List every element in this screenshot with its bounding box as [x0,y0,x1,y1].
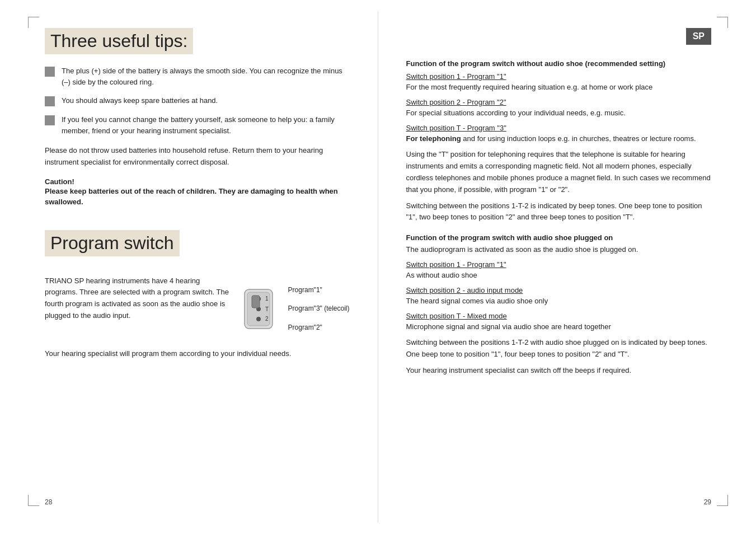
corner-mark-br [717,495,728,506]
svg-point-6 [256,317,261,321]
tip-text-3: If you feel you cannot change the batter… [62,114,350,136]
corner-mark-tl [28,17,39,28]
switch2-text: For special situations according to your… [406,107,712,119]
switch-svg: 1 T 2 [233,281,284,337]
switchT-text-rest: and for using induction loops e.g. in ch… [461,134,696,143]
caution-text: Please keep batteries out of the reach o… [45,186,350,208]
switch-diagram: 1 T 2 Program"1" Program"3" (telecoil) P [233,281,350,337]
program-content: TRIANO SP hearing instruments have 4 hea… [45,275,350,343]
switch-pos2-audio-text: The heard signal comes via audio shoe on… [406,296,712,307]
tip-item-3: If you feel you cannot change the batter… [45,114,350,136]
switchT-label: Switch position T - Program "3" [406,124,712,132]
left-page: Three useful tips: The plus (+) side of … [0,11,378,523]
sp-badge: SP [686,28,711,45]
tip-item-2: You should always keep spare batteries a… [45,95,350,106]
tip-bullet-3 [45,115,55,125]
battery-notice: Please do not throw used batteries into … [45,145,350,168]
program-label-1: Program"1" [288,285,350,295]
sp-badge-container: SP [406,28,712,50]
program-title: Program switch [45,230,180,256]
audio-intro: The audioprogram is activated as soon as… [406,244,712,256]
section2: Function of the program switch with audi… [406,233,712,377]
corner-mark-bl [28,495,39,506]
switch-pos1-audio-label: Switch position 1 - Program "1" [406,260,712,269]
beep-text-2: Switching between the positions 1-T-2 wi… [406,337,712,360]
switch2-label: Switch position 2 - Program "2" [406,98,712,106]
T-position-text: Using the "T" position for telephoning r… [406,149,712,195]
switch-pos1-audio-text: As without audio shoe [406,270,712,282]
tips-section: Three useful tips: The plus (+) side of … [45,28,350,208]
specialist-text: Your hearing instrument specialist can s… [406,365,712,377]
beep-text-1: Switching between the positions 1-T-2 is… [406,200,712,224]
switch-posT-audio-text: Microphone signal and signal via audio s… [406,321,712,333]
page-number-left: 28 [45,498,52,506]
section1: Function of the program switch without a… [406,59,712,223]
right-page: SP Function of the program switch withou… [378,11,757,523]
caution-section: Caution! Please keep batteries out of th… [45,177,350,208]
switchT-bold: For telephoning [406,134,461,143]
tip-bullet-1 [45,67,55,77]
svg-rect-8 [252,296,260,308]
program-section: Program switch TRIANO SP hearing instrum… [45,230,350,360]
corner-mark-tr [717,17,728,28]
svg-text:T: T [265,306,269,312]
tip-item-1: The plus (+) side of the battery is alwa… [45,65,350,87]
section2-heading: Function of the program switch with audi… [406,233,712,242]
tips-title: Three useful tips: [45,28,193,54]
page-number-right: 29 [704,498,711,506]
program-body-text: TRIANO SP hearing instruments have 4 hea… [45,275,233,322]
program-label-2: Program"2" [288,323,350,332]
switch-pos2-audio-label: Switch position 2 - audio input mode [406,286,712,294]
caution-title: Caution! [45,177,350,186]
program-label-3: Program"3" (telecoil) [288,304,350,313]
tip-text-1: The plus (+) side of the battery is alwa… [62,65,350,87]
program-footer: Your hearing specialist will program the… [45,348,350,360]
section1-heading: Function of the program switch without a… [406,59,712,68]
svg-text:2: 2 [265,316,269,322]
tip-text-2: You should always keep spare batteries a… [62,95,218,106]
switchT-text: For telephoning and for using induction … [406,133,712,145]
switch1-text: For the most frequently required hearing… [406,82,712,93]
switch1-label: Switch position 1 - Program "1" [406,72,712,81]
switch-posT-audio-label: Switch position T - Mixed mode [406,312,712,320]
svg-text:1: 1 [265,296,269,302]
program-labels: Program"1" Program"3" (telecoil) Program… [288,281,350,337]
tip-bullet-2 [45,96,55,106]
